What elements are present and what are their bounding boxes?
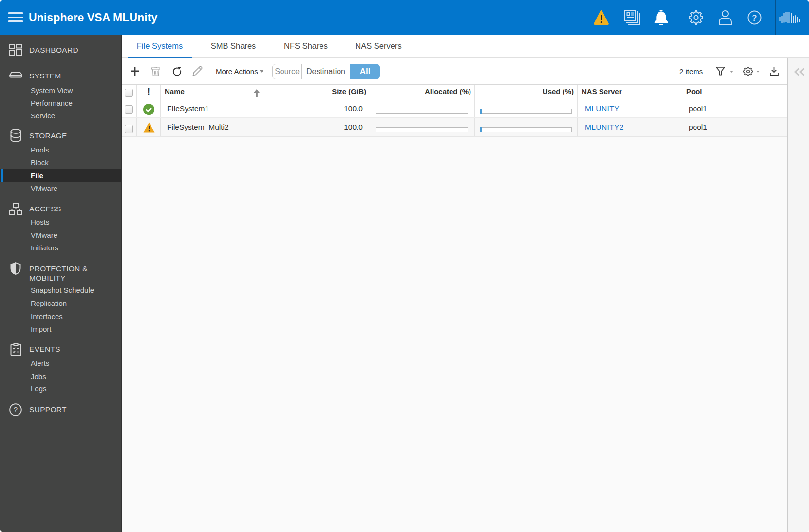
svg-text:?: ? <box>14 405 18 414</box>
svg-text:?: ? <box>752 13 757 23</box>
